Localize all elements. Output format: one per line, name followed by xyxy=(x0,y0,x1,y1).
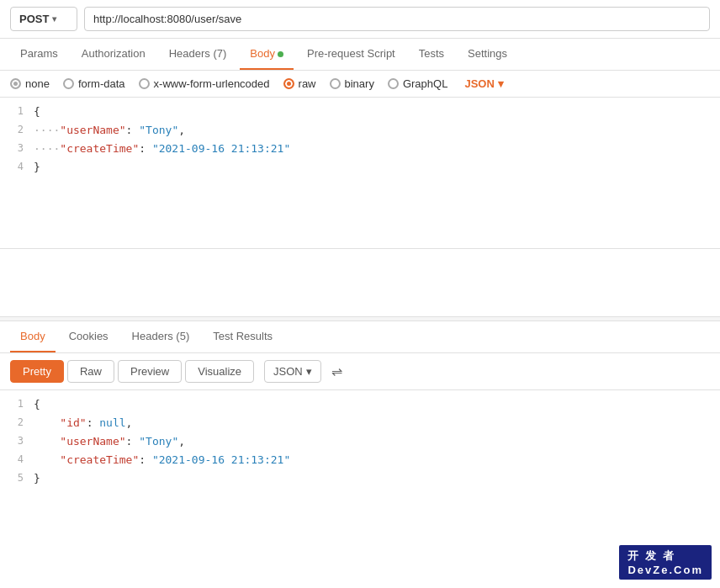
chevron-down-icon: ▾ xyxy=(52,14,56,24)
radio-urlencoded[interactable]: x-www-form-urlencoded xyxy=(139,77,270,90)
response-format-label: JSON xyxy=(273,365,303,378)
radio-none[interactable]: none xyxy=(10,77,50,90)
pretty-button[interactable]: Pretty xyxy=(10,360,64,383)
request-code-line-2: 2 ····"userName": "Tony", xyxy=(0,123,720,141)
body-active-dot xyxy=(278,51,283,57)
tab-body[interactable]: Body xyxy=(240,39,294,70)
tab-authorization[interactable]: Authorization xyxy=(71,39,156,70)
response-code-line-5: 5 } xyxy=(0,471,720,490)
radio-graphql-circle xyxy=(388,78,399,89)
raw-button[interactable]: Raw xyxy=(67,360,114,383)
visualize-button[interactable]: Visualize xyxy=(185,360,254,383)
response-format-dropdown[interactable]: JSON ▾ xyxy=(264,360,321,383)
response-code-line-4: 4 "createTime": "2021-09-16 21:13:21" xyxy=(0,453,720,471)
response-code-line-1: 1 { xyxy=(0,397,720,416)
radio-binary-circle xyxy=(330,78,341,89)
response-tab-nav: Body Cookies Headers (5) Test Results xyxy=(0,321,720,353)
editor-space xyxy=(0,249,720,316)
response-code-line-3: 3 "userName": "Tony", xyxy=(0,434,720,453)
tab-settings[interactable]: Settings xyxy=(458,39,517,70)
request-body-editor[interactable]: 1 { 2 ····"userName": "Tony", 3 ····"cre… xyxy=(0,98,720,249)
tab-headers[interactable]: Headers (7) xyxy=(159,39,237,70)
response-section: Body Cookies Headers (5) Test Results Pr… xyxy=(0,321,720,525)
wrap-icon[interactable]: ⇌ xyxy=(331,363,342,379)
tab-tests[interactable]: Tests xyxy=(409,39,454,70)
tab-pre-request-script[interactable]: Pre-request Script xyxy=(297,39,405,70)
radio-raw-circle xyxy=(283,78,294,89)
radio-form-data-circle xyxy=(63,78,74,89)
request-code-line-3: 3 ····"createTime": "2021-09-16 21:13:21… xyxy=(0,141,720,160)
method-dropdown[interactable]: POST ▾ xyxy=(10,7,77,31)
response-tab-cookies[interactable]: Cookies xyxy=(59,321,119,352)
radio-form-data[interactable]: form-data xyxy=(63,77,125,90)
body-type-bar: none form-data x-www-form-urlencoded raw… xyxy=(0,71,720,98)
request-tab-nav: Params Authorization Headers (7) Body Pr… xyxy=(0,39,720,71)
response-tab-headers[interactable]: Headers (5) xyxy=(122,321,200,352)
url-bar: POST ▾ xyxy=(0,0,720,39)
url-input[interactable] xyxy=(84,7,710,31)
format-chevron-icon: ▾ xyxy=(498,77,504,90)
method-label: POST xyxy=(19,13,49,25)
request-code-line-1: 1 { xyxy=(0,104,720,123)
response-body-viewer: 1 { 2 "id": null, 3 "userName": "Tony", … xyxy=(0,390,720,525)
response-tab-test-results[interactable]: Test Results xyxy=(203,321,283,352)
response-sub-bar: Pretty Raw Preview Visualize JSON ▾ ⇌ xyxy=(0,353,720,390)
format-dropdown[interactable]: JSON ▾ xyxy=(464,77,503,90)
tab-params[interactable]: Params xyxy=(10,39,68,70)
preview-button[interactable]: Preview xyxy=(118,360,182,383)
radio-raw[interactable]: raw xyxy=(283,77,316,90)
format-label: JSON xyxy=(464,77,494,90)
response-tab-body[interactable]: Body xyxy=(10,321,56,352)
response-format-chevron-icon: ▾ xyxy=(306,365,312,378)
radio-none-circle xyxy=(10,78,21,89)
radio-graphql[interactable]: GraphQL xyxy=(388,77,447,90)
radio-binary[interactable]: binary xyxy=(330,77,374,90)
response-code-line-2: 2 "id": null, xyxy=(0,416,720,434)
request-code-line-4: 4 } xyxy=(0,160,720,178)
radio-urlencoded-circle xyxy=(139,78,150,89)
